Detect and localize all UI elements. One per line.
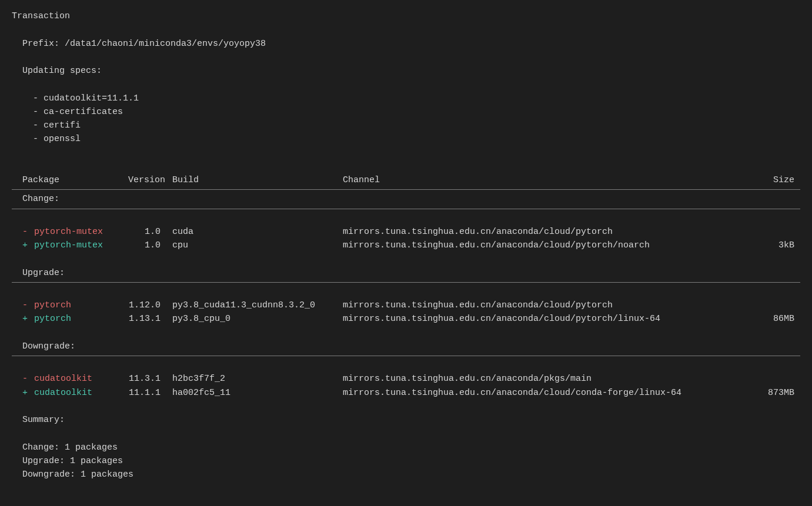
remove-sign: - xyxy=(22,372,34,386)
table-row: + pytorch-mutex 1.0 cpu mirrors.tuna.tsi… xyxy=(12,239,800,252)
add-sign: + xyxy=(22,386,34,400)
package-size: 873MB xyxy=(731,386,800,400)
package-build: cpu xyxy=(172,239,343,252)
transaction-label: Transaction xyxy=(12,9,800,23)
summary-line: Upgrade: 1 packages xyxy=(12,454,800,468)
package-build: ha002fc5_11 xyxy=(172,386,343,400)
package-build: h2bc3f7f_2 xyxy=(172,372,343,386)
package-version: 1.13.1 xyxy=(128,312,172,326)
package-channel: mirrors.tuna.tsinghua.edu.cn/anaconda/cl… xyxy=(343,312,731,326)
package-channel: mirrors.tuna.tsinghua.edu.cn/anaconda/cl… xyxy=(343,225,731,239)
add-sign: + xyxy=(22,239,34,252)
header-version: Version xyxy=(128,173,172,187)
package-version: 1.0 xyxy=(128,239,172,252)
spec-item: - certifi xyxy=(22,119,800,132)
package-channel: mirrors.tuna.tsinghua.edu.cn/anaconda/cl… xyxy=(343,299,731,312)
package-version: 11.1.1 xyxy=(128,386,172,400)
package-name: cudatoolkit xyxy=(34,372,128,386)
prefix-line: Prefix: /data1/chaoni/miniconda3/envs/yo… xyxy=(12,37,800,51)
package-name: pytorch-mutex xyxy=(34,239,128,252)
header-package: Package xyxy=(22,173,128,187)
terminal-output: Transaction Prefix: /data1/chaoni/minico… xyxy=(0,0,812,491)
divider xyxy=(12,189,800,190)
package-version: 11.3.1 xyxy=(128,372,172,386)
package-version: 1.0 xyxy=(128,225,172,239)
summary-line: Downgrade: 1 packages xyxy=(12,468,800,481)
section-change-label: Change: xyxy=(12,192,800,206)
table-row: - pytorch 1.12.0 py3.8_cuda11.3_cudnn8.3… xyxy=(12,299,800,312)
header-build: Build xyxy=(172,173,343,187)
package-build: py3.8_cpu_0 xyxy=(172,312,343,326)
table-header: Package Version Build Channel Size xyxy=(12,173,800,187)
remove-sign: - xyxy=(22,225,34,239)
remove-sign: - xyxy=(22,299,34,312)
divider xyxy=(12,356,800,356)
package-channel: mirrors.tuna.tsinghua.edu.cn/anaconda/pk… xyxy=(343,372,731,386)
spec-item: - openssl xyxy=(22,132,800,146)
summary-label: Summary: xyxy=(12,413,800,427)
table-row: + pytorch 1.13.1 py3.8_cpu_0 mirrors.tun… xyxy=(12,312,800,326)
package-size xyxy=(731,225,800,239)
package-name: cudatoolkit xyxy=(34,386,128,400)
package-name: pytorch-mutex xyxy=(34,225,128,239)
section-downgrade-label: Downgrade: xyxy=(12,340,800,353)
package-channel: mirrors.tuna.tsinghua.edu.cn/anaconda/cl… xyxy=(343,239,731,252)
package-channel: mirrors.tuna.tsinghua.edu.cn/anaconda/cl… xyxy=(343,386,731,400)
header-channel: Channel xyxy=(343,173,731,187)
divider xyxy=(12,282,800,283)
header-size: Size xyxy=(731,173,800,187)
package-size: 3kB xyxy=(731,239,800,252)
package-name: pytorch xyxy=(34,312,128,326)
table-row: + cudatoolkit 11.1.1 ha002fc5_11 mirrors… xyxy=(12,386,800,400)
package-name: pytorch xyxy=(34,299,128,312)
package-size: 86MB xyxy=(731,312,800,326)
package-size xyxy=(731,299,800,312)
spec-item: - ca-certificates xyxy=(22,105,800,119)
add-sign: + xyxy=(22,312,34,326)
updating-specs-label: Updating specs: xyxy=(12,64,800,78)
spec-item: - cudatoolkit=11.1.1 xyxy=(22,92,800,105)
package-size xyxy=(731,372,800,386)
table-row: - pytorch-mutex 1.0 cuda mirrors.tuna.ts… xyxy=(12,225,800,239)
package-build: py3.8_cuda11.3_cudnn8.3.2_0 xyxy=(172,299,343,312)
divider xyxy=(12,209,800,209)
package-version: 1.12.0 xyxy=(128,299,172,312)
package-build: cuda xyxy=(172,225,343,239)
summary-line: Change: 1 packages xyxy=(12,441,800,454)
section-upgrade-label: Upgrade: xyxy=(12,266,800,280)
table-row: - cudatoolkit 11.3.1 h2bc3f7f_2 mirrors.… xyxy=(12,372,800,386)
